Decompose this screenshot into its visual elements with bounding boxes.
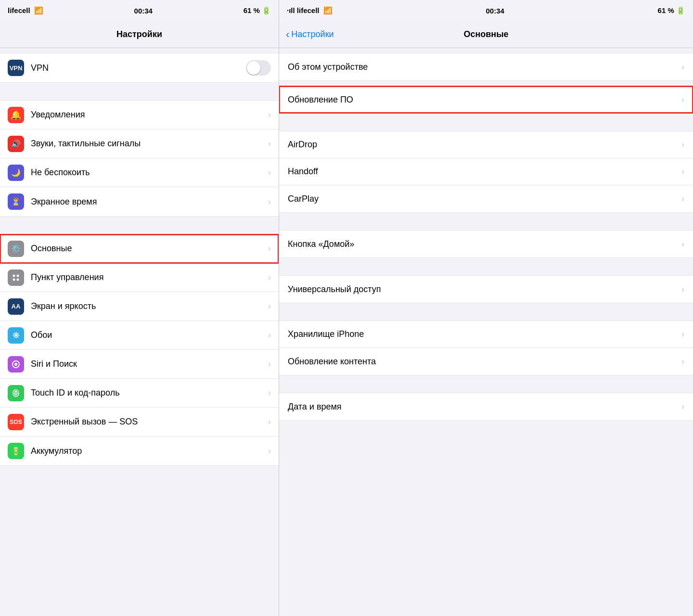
vpn-row[interactable]: VPN VPN	[0, 53, 279, 82]
right-status-bar: ·ıll lifecell 📶 00:34 61 % 🔋	[279, 0, 693, 21]
right-spacer-2	[279, 114, 693, 131]
controlcenter-icon	[8, 270, 24, 286]
background-refresh-row[interactable]: Обновление контента ›	[279, 348, 693, 375]
sos-row[interactable]: SOS Экстренный вызов — SOS ›	[0, 408, 279, 436]
right-nav-title: Основные	[463, 29, 508, 39]
sos-label: Экстренный вызов — SOS	[31, 417, 266, 427]
vpn-toggle-track[interactable]	[246, 60, 271, 76]
left-panel: VPN VPN 🔔 Уведомления ›	[0, 48, 279, 616]
screentime-chevron: ›	[268, 197, 271, 207]
accessibility-chevron: ›	[681, 284, 684, 295]
dnd-chevron: ›	[268, 167, 271, 178]
software-section: Обновление ПО ›	[279, 86, 693, 114]
siri-icon	[8, 356, 24, 372]
section-2: ⚙️ Основные › Пункт управления ›	[0, 234, 279, 466]
carplay-row[interactable]: CarPlay ›	[279, 185, 693, 212]
carplay-chevron: ›	[681, 194, 684, 204]
svg-point-3	[17, 278, 19, 281]
accessibility-row[interactable]: Универсальный доступ ›	[279, 276, 693, 303]
dnd-row[interactable]: 🌙 Не беспокоить ›	[0, 158, 279, 187]
software-update-row[interactable]: Обновление ПО ›	[279, 86, 693, 113]
handoff-chevron: ›	[681, 167, 684, 177]
notifications-row[interactable]: 🔔 Уведомления ›	[0, 101, 279, 129]
home-button-label: Кнопка «Домой»	[288, 239, 680, 249]
right-spacer-1	[279, 81, 693, 86]
controlcenter-label: Пункт управления	[31, 272, 266, 282]
screentime-row[interactable]: ⏳ Экранное время ›	[0, 187, 279, 216]
left-battery-text: 61 %	[244, 6, 260, 14]
airdrop-row[interactable]: AirDrop ›	[279, 131, 693, 158]
wallpaper-row[interactable]: ❋ Обои ›	[0, 321, 279, 350]
back-button[interactable]: ‹ Настройки	[286, 29, 334, 40]
siri-chevron: ›	[268, 359, 271, 369]
touchid-label: Touch ID и код-пароль	[31, 388, 266, 398]
right-battery-container: 61 % 🔋	[658, 6, 685, 15]
software-update-label: Обновление ПО	[288, 95, 680, 105]
sounds-row[interactable]: 🔊 Звуки, тактильные сигналы ›	[0, 129, 279, 158]
status-bars: lifecell 📶 00:34 61 % 🔋 ·ıll lifecell 📶 …	[0, 0, 693, 21]
display-chevron: ›	[268, 301, 271, 311]
right-spacer-3	[279, 213, 693, 230]
about-label: Об этом устройстве	[288, 62, 680, 72]
wallpaper-chevron: ›	[268, 330, 271, 340]
storage-row[interactable]: Хранилище iPhone ›	[279, 321, 693, 348]
general-chevron: ›	[268, 244, 271, 254]
display-icon: AA	[8, 298, 24, 315]
datetime-chevron: ›	[681, 402, 684, 412]
sounds-chevron: ›	[268, 139, 271, 149]
storage-chevron: ›	[681, 329, 684, 339]
left-wifi-icon: 📶	[34, 6, 43, 14]
dnd-icon: 🌙	[8, 165, 24, 181]
sos-chevron: ›	[268, 417, 271, 427]
touchid-chevron: ›	[268, 388, 271, 398]
left-status-bar: lifecell 📶 00:34 61 % 🔋	[0, 0, 279, 21]
about-row[interactable]: Об этом устройстве ›	[279, 53, 693, 80]
controlcenter-row[interactable]: Пункт управления ›	[0, 263, 279, 292]
left-settings-list: VPN VPN 🔔 Уведомления ›	[0, 48, 279, 616]
screentime-label: Экранное время	[31, 197, 266, 207]
airdrop-chevron: ›	[681, 140, 684, 150]
spacer	[0, 48, 279, 53]
spacer-2	[0, 217, 279, 234]
general-icon: ⚙️	[8, 241, 24, 257]
general-row[interactable]: ⚙️ Основные ›	[0, 234, 279, 263]
siri-label: Siri и Поиск	[31, 359, 266, 369]
battery-row[interactable]: 🔋 Аккумулятор ›	[0, 436, 279, 465]
wallpaper-icon: ❋	[8, 327, 24, 344]
right-spacer-4	[279, 258, 693, 275]
right-carrier: ·ıll lifecell	[287, 6, 320, 14]
right-carrier-time: ·ıll lifecell 📶	[287, 6, 333, 15]
left-nav-bar: Настройки	[0, 21, 279, 48]
left-battery-icon: 🔋	[262, 6, 271, 14]
vpn-toggle[interactable]	[246, 60, 271, 76]
svg-point-5	[14, 363, 17, 366]
notifications-icon: 🔔	[8, 107, 24, 123]
sounds-icon: 🔊	[8, 136, 24, 152]
left-carrier-time: lifecell 📶	[8, 6, 43, 15]
handoff-row[interactable]: Handoff ›	[279, 158, 693, 185]
battery-chevron: ›	[268, 446, 271, 456]
vpn-label: VPN	[31, 63, 246, 73]
touchid-row[interactable]: Touch ID и код-пароль ›	[0, 379, 279, 408]
datetime-row[interactable]: Дата и время ›	[279, 393, 693, 420]
controlcenter-chevron: ›	[268, 272, 271, 282]
touchid-icon	[8, 385, 24, 401]
home-button-row[interactable]: Кнопка «Домой» ›	[279, 231, 693, 257]
right-nav-bar: ‹ Настройки Основные	[279, 21, 693, 48]
vpn-section: VPN VPN	[0, 53, 279, 83]
display-row[interactable]: AA Экран и яркость ›	[0, 292, 279, 321]
accessibility-label: Универсальный доступ	[288, 284, 680, 295]
wallpaper-label: Обои	[31, 330, 266, 340]
left-battery-container: 61 % 🔋	[244, 6, 271, 15]
airdrop-section: AirDrop › Handoff › CarPlay ›	[279, 131, 693, 213]
left-carrier: lifecell	[8, 6, 30, 14]
storage-label: Хранилище iPhone	[288, 329, 680, 339]
storage-section: Хранилище iPhone › Обновление контента ›	[279, 321, 693, 375]
accessibility-section: Универсальный доступ ›	[279, 275, 693, 303]
vpn-icon: VPN	[8, 60, 24, 76]
handoff-label: Handoff	[288, 167, 680, 177]
right-time: 00:34	[486, 7, 504, 15]
svg-point-0	[13, 274, 15, 277]
sounds-label: Звуки, тактильные сигналы	[31, 139, 266, 149]
siri-row[interactable]: Siri и Поиск ›	[0, 350, 279, 379]
